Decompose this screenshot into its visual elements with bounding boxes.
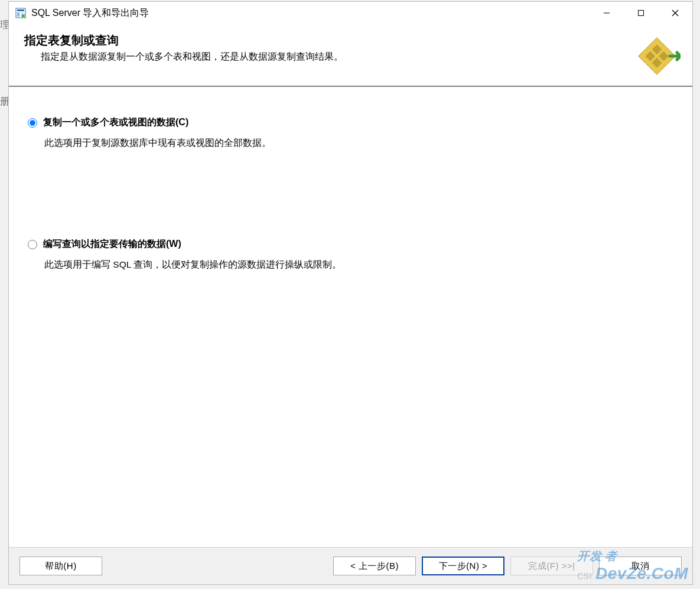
minimize-button[interactable] bbox=[590, 2, 624, 24]
back-button[interactable]: < 上一步(B) bbox=[333, 557, 416, 575]
option-copy-tables: 复制一个或多个表或视图的数据(C) 此选项用于复制源数据库中现有表或视图的全部数… bbox=[27, 116, 675, 149]
option-write-query-radio[interactable] bbox=[28, 240, 37, 249]
window-title: SQL Server 导入和导出向导 bbox=[31, 7, 590, 19]
app-icon bbox=[15, 7, 27, 19]
option-write-query-desc: 此选项用于编写 SQL 查询，以便对复制操作的源数据进行操纵或限制。 bbox=[27, 259, 675, 271]
wizard-content: 复制一个或多个表或视图的数据(C) 此选项用于复制源数据库中现有表或视图的全部数… bbox=[9, 87, 692, 547]
svg-rect-1 bbox=[17, 9, 24, 11]
option-write-query: 编写查询以指定要传输的数据(W) 此选项用于编写 SQL 查询，以便对复制操作的… bbox=[27, 238, 675, 271]
option-write-query-label: 编写查询以指定要传输的数据(W) bbox=[43, 238, 181, 250]
page-subtitle: 指定是从数据源复制一个或多个表和视图，还是从数据源复制查询结果。 bbox=[24, 51, 633, 63]
wizard-window: SQL Server 导入和导出向导 指定表复制或查询 指定是从数据源复制一个或… bbox=[8, 1, 693, 585]
close-button[interactable] bbox=[658, 2, 692, 24]
wizard-footer: 帮助(H) < 上一步(B) 下一步(N) > 完成(F) >>| 取消 bbox=[9, 547, 692, 584]
window-controls bbox=[590, 2, 692, 24]
option-copy-tables-desc: 此选项用于复制源数据库中现有表或视图的全部数据。 bbox=[27, 137, 675, 149]
wizard-icon bbox=[633, 32, 681, 80]
finish-button: 完成(F) >>| bbox=[510, 557, 593, 575]
svg-rect-6 bbox=[639, 11, 644, 16]
page-title: 指定表复制或查询 bbox=[24, 32, 633, 48]
help-button[interactable]: 帮助(H) bbox=[19, 557, 102, 575]
option-copy-tables-label: 复制一个或多个表或视图的数据(C) bbox=[43, 116, 188, 129]
option-copy-tables-radio[interactable] bbox=[28, 118, 37, 128]
maximize-button[interactable] bbox=[624, 2, 658, 24]
option-copy-tables-row[interactable]: 复制一个或多个表或视图的数据(C) bbox=[27, 116, 675, 129]
cancel-button[interactable]: 取消 bbox=[599, 557, 682, 575]
svg-rect-2 bbox=[17, 12, 19, 17]
next-button[interactable]: 下一步(N) > bbox=[422, 557, 504, 575]
titlebar: SQL Server 导入和导出向导 bbox=[9, 2, 692, 24]
wizard-header: 指定表复制或查询 指定是从数据源复制一个或多个表和视图，还是从数据源复制查询结果… bbox=[9, 24, 692, 87]
option-write-query-row[interactable]: 编写查询以指定要传输的数据(W) bbox=[27, 238, 675, 250]
